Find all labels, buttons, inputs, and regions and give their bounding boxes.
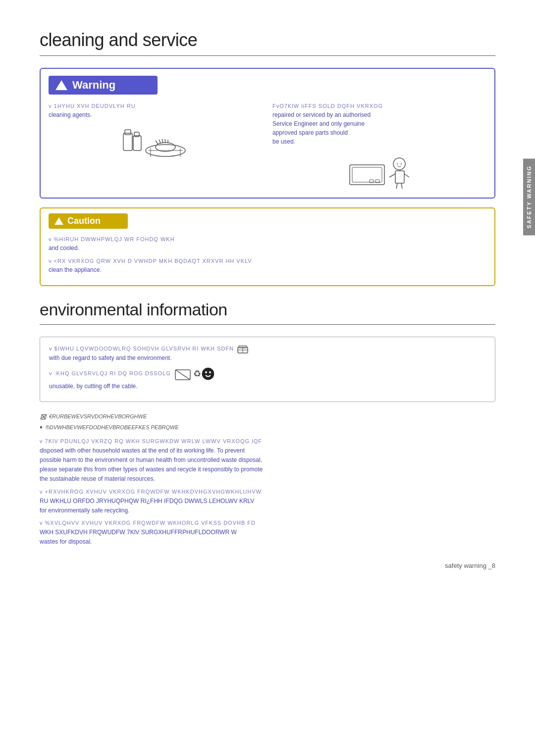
svg-point-35 [209,371,211,373]
title-divider [40,55,495,56]
svg-rect-1 [125,130,131,135]
warning-label: Warning [72,79,115,92]
caution-label: Caution [67,216,101,226]
svg-rect-0 [123,133,132,151]
svg-point-33 [202,368,214,380]
warning-col2: FvO7KlW liFFS SOLD DQFH VKRXOG repaired … [272,101,486,190]
cleaning-illustration [49,123,263,163]
env-line1: v $IWHU LQVWDOODWLRQ SOHDVH GLVSRVH RI W… [49,344,486,363]
svg-line-22 [389,174,395,177]
recycling-line1: ⊠ €RURBEWEVSRVDORHEVBORGHWE [40,412,495,421]
caution-box: Caution v %HIRUH DWWHPWLQJ WR FOHDQ WKH … [40,207,495,286]
cleaning-svg [121,123,190,163]
warning-header: Warning [49,76,158,95]
caution-line1: v %HIRUH DWWHPWLQJ WR FOHDQ WKH and cool… [49,235,486,252]
section1-title: cleaning and service [40,30,495,50]
svg-point-18 [393,158,405,170]
svg-text:♻: ♻ [193,369,201,379]
warning-col1-encoded: v 1HYHU XVH DEUDVLYH RU cleaning agents. [49,101,263,119]
recycling-line2: ▪ ®DVWHBEVWEFDODHEVBROBEEFKES PEBRQWE [40,423,495,432]
svg-rect-2 [133,136,141,151]
engineer-illustration [272,150,486,190]
recycling-lines: ⊠ €RURBEWEVSRVDORHEVBORGHWE ▪ ®DVWHBEVWE… [40,412,495,432]
svg-line-25 [401,183,402,189]
section2-divider [40,324,495,325]
recycling-icon2: ▪ [40,423,43,432]
svg-point-34 [205,371,207,373]
env-body-line1: v 7KlV PDUNLQJ VKRZQ RQ WKH SURGWKDW WRL… [40,437,495,484]
warning-col1: v 1HYHU XVH DEUDVLYH RU cleaning agents. [49,101,263,190]
env-line2: v :KHQ GLVSRVLQJ RI DQ ROG DSSOLG ♻ unus… [49,366,486,391]
svg-rect-21 [395,171,404,183]
package-icon [237,344,248,353]
svg-line-9 [156,141,158,144]
engineer-svg [345,150,414,190]
svg-line-23 [404,174,409,177]
warning-col2-encoded: FvO7KlW liFFS SOLD DQFH VKRXOG repaired … [272,101,486,146]
svg-line-31 [175,370,190,380]
svg-line-11 [162,139,163,143]
svg-line-10 [159,140,160,143]
side-tab: SAFETY WARNING [523,158,535,235]
footer-text: safety warning _8 [445,562,495,569]
section2-title: environmental information [40,300,495,319]
env-body-line2: v +RXVHKROG XVHUV VKRXOG FRQWDFW WKHKDVH… [40,487,495,516]
smiley-icon: ♻ [174,366,214,382]
warning-columns: v 1HYHU XVH DEUDVLYH RU cleaning agents. [49,101,486,190]
svg-point-8 [156,143,175,151]
warning-triangle-icon [55,80,67,90]
environmental-box: v $IWHU LQVWDOODWLRQ SOHDVH GLVSRVH RI W… [40,337,495,402]
warning-box: Warning v 1HYHU XVH DEUDVLYH RU cleaning… [40,68,495,199]
recycling-icon1: ⊠ [40,412,46,421]
svg-line-24 [396,183,397,189]
env-body-line3: v %XVLQHVV XVHUV VKRXOG FRQWDFW WKHORLG … [40,518,495,547]
caution-header: Caution [49,213,128,229]
caution-triangle-icon [54,217,63,225]
svg-line-12 [165,139,165,143]
caution-line2: v <RX VKRXOG QRW XVH D VWHDP MKH BQDAQT … [49,256,486,274]
page-footer: safety warning _8 [40,562,495,569]
